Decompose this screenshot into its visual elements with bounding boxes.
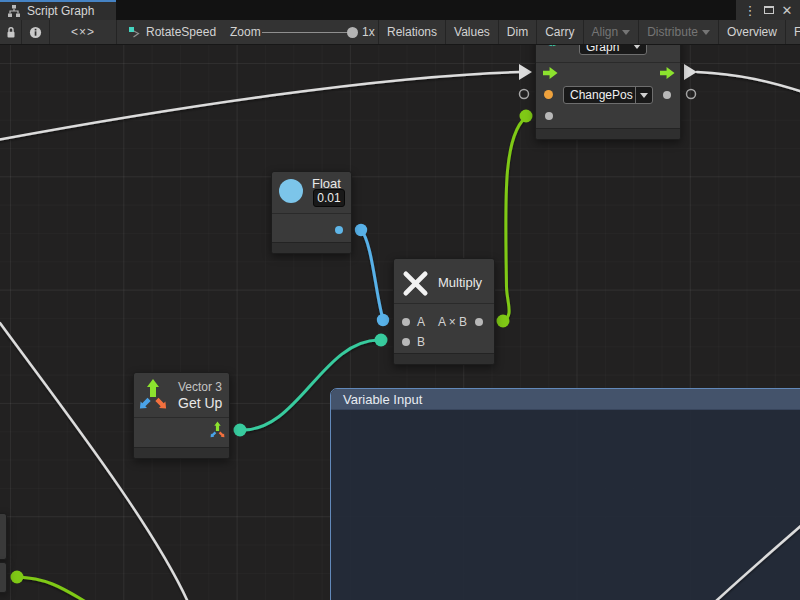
wire-vector3-to-multiply-b[interactable] — [240, 340, 379, 430]
graph-toolbar: <×> RotateSpeed Zoom 1x Relations Values… — [0, 20, 800, 45]
empty-port-icon[interactable] — [687, 90, 696, 99]
vector3-icon — [139, 378, 167, 412]
blue-endpoint-icon[interactable] — [355, 224, 367, 236]
orange-port-icon[interactable] — [544, 90, 553, 99]
float-output-port-icon[interactable] — [335, 226, 343, 234]
float-value-field[interactable]: 0.01 — [313, 189, 345, 207]
wire-white-over-group[interactable] — [715, 524, 800, 600]
wire-float-to-multiply-a[interactable] — [361, 230, 383, 319]
node-footer — [394, 353, 494, 364]
offscreen-node-fragment[interactable] — [0, 513, 7, 560]
window-controls: ⋮ ✕ — [736, 0, 800, 20]
wire-white-diagonal[interactable] — [0, 323, 188, 600]
zoom-label: Zoom — [230, 25, 261, 39]
carry-button[interactable]: Carry — [537, 20, 583, 44]
teal-endpoint-icon[interactable] — [375, 334, 388, 347]
multiply-icon — [402, 270, 429, 297]
vector3-get-up-node[interactable]: Vector 3 Get Up — [133, 372, 230, 459]
gray-port-icon[interactable] — [545, 112, 553, 120]
chevron-down-icon — [622, 30, 630, 35]
input-b-label: B — [417, 335, 425, 349]
toolbar-buttons: Relations Values Dim Carry Align Distrib… — [378, 20, 800, 44]
wire-exec-out[interactable] — [697, 72, 800, 92]
exec-input-arrow-icon[interactable] — [543, 66, 558, 80]
offscreen-node-fragment[interactable] — [0, 562, 7, 593]
relations-button[interactable]: Relations — [379, 20, 446, 44]
dropdown-arrow-icon — [633, 45, 641, 49]
output-port-icon[interactable] — [475, 318, 483, 326]
lock-button[interactable] — [0, 20, 22, 44]
lime-endpoint-icon[interactable] — [497, 315, 510, 328]
output-label: A × B — [438, 315, 467, 329]
full-screen-button[interactable]: Full Screen — [786, 20, 800, 44]
menu-icon[interactable]: ⋮ — [744, 4, 757, 17]
exec-input-triangle-icon[interactable] — [519, 64, 532, 80]
wire-bottom-left[interactable] — [17, 577, 86, 600]
dropdown-arrow-box — [635, 87, 652, 103]
tab-title: Script Graph — [27, 4, 94, 18]
graph-reference-label: RotateSpeed — [146, 25, 216, 39]
align-dropdown-button[interactable]: Align — [584, 20, 640, 44]
close-icon[interactable]: ✕ — [782, 4, 793, 17]
code-view-button[interactable]: <×> — [50, 20, 117, 44]
tab-bar: Script Graph ⋮ ✕ — [0, 0, 800, 20]
zoom-value: 1x — [362, 25, 375, 39]
input-b-port-icon[interactable] — [402, 338, 410, 346]
overview-button[interactable]: Overview — [719, 20, 786, 44]
wire-multiply-to-graph[interactable] — [503, 117, 526, 321]
node-subtitle: Get Up — [178, 395, 222, 411]
lock-icon — [5, 26, 17, 39]
dim-button[interactable]: Dim — [499, 20, 537, 44]
dropdown-arrow-icon — [640, 93, 648, 98]
teal-endpoint-icon[interactable] — [234, 424, 247, 437]
blue-endpoint-icon[interactable] — [377, 314, 389, 326]
info-icon — [29, 26, 42, 39]
empty-port-icon[interactable] — [520, 90, 529, 99]
input-a-port-icon[interactable] — [402, 318, 410, 326]
float-literal-node[interactable]: Float 0.01 — [271, 171, 352, 254]
input-a-label: A — [417, 315, 425, 329]
lime-endpoint-icon[interactable] — [11, 571, 24, 584]
exec-output-arrow-icon[interactable] — [660, 66, 675, 80]
zoom-slider-handle[interactable] — [347, 27, 358, 38]
code-view-icon: <×> — [71, 25, 95, 39]
graph-canvas[interactable]: Variable Input — [0, 45, 800, 600]
tab-script-graph[interactable]: Script Graph — [0, 0, 116, 20]
graph-reference[interactable]: RotateSpeed — [128, 20, 216, 44]
multiply-node[interactable]: Multiply A A × B B — [393, 258, 495, 365]
wire-exec-in[interactable] — [0, 72, 519, 140]
node-footer — [536, 128, 680, 139]
script-graph-icon — [7, 4, 21, 18]
node-title: Vector 3 — [178, 380, 222, 394]
changepos-dropdown[interactable]: ChangePos — [563, 86, 653, 104]
lime-endpoint-icon[interactable] — [520, 110, 533, 123]
maximize-icon[interactable] — [764, 6, 774, 14]
graph-asset-icon: <> — [546, 45, 559, 49]
graph-event-node[interactable]: <> Graph ChangePos — [535, 45, 681, 140]
graph-header-dropdown[interactable]: Graph — [579, 45, 647, 55]
node-footer — [134, 447, 229, 458]
chevron-down-icon — [702, 30, 710, 35]
values-button[interactable]: Values — [446, 20, 499, 44]
gray-port-icon[interactable] — [663, 91, 671, 99]
zoom-slider-track[interactable] — [262, 32, 350, 33]
float-icon — [279, 179, 303, 203]
vector3-output-port-icon[interactable] — [210, 421, 225, 439]
exec-output-triangle-icon[interactable] — [684, 64, 697, 80]
info-button[interactable] — [22, 20, 50, 44]
graph-asset-icon — [128, 26, 141, 39]
node-footer — [272, 242, 351, 253]
node-title: Multiply — [438, 275, 482, 290]
distribute-dropdown-button[interactable]: Distribute — [639, 20, 719, 44]
